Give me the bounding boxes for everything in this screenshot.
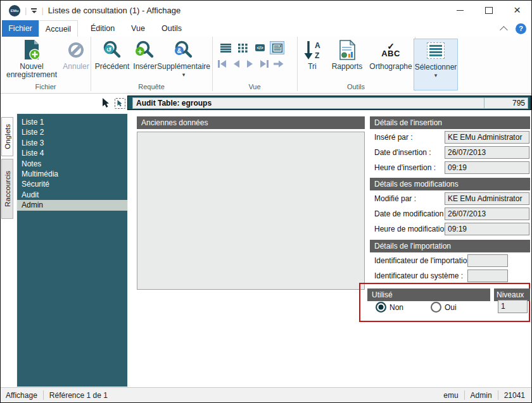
sidebar-item-liste3[interactable]: Liste 3	[17, 138, 127, 148]
divider: |	[41, 6, 43, 15]
record-header-bar: Audit Table: egroups 795	[127, 96, 531, 110]
tab-vue[interactable]: Vue	[125, 20, 151, 37]
maximize-button[interactable]	[474, 1, 503, 20]
previous-record-icon[interactable]	[232, 59, 241, 68]
reports-label: Rapports	[332, 63, 363, 71]
grid-view-icon	[238, 44, 248, 53]
select-label: Sélectionner	[415, 63, 457, 71]
sort-label: Tri	[308, 63, 317, 71]
select-button[interactable]: Sélectionner ▾	[414, 39, 458, 90]
new-record-icon	[22, 39, 41, 61]
insertion-time-field[interactable]: 09:19	[445, 161, 529, 174]
group-label-fichier: Fichier	[1, 83, 91, 90]
insertion-header: Détails de l'insertion	[370, 116, 530, 129]
sidebar-item-multimedia[interactable]: Multimédia	[17, 169, 127, 179]
sidebar-item-liste1[interactable]: Liste 1	[17, 117, 127, 127]
sort-icon: A Z	[303, 39, 322, 61]
levels-header: Niveaux	[494, 288, 530, 301]
title-bar: EMu | | Listes de consultation (1) - Aff…	[1, 1, 531, 20]
new-record-button[interactable]: Nouvel enregistrement	[2, 39, 61, 79]
vertical-tab-raccourcis[interactable]: Raccourcis	[1, 159, 13, 219]
record-navigation	[217, 59, 284, 68]
insert-query-button[interactable]: + Insérer	[131, 39, 159, 71]
last-record-icon[interactable]	[258, 59, 269, 68]
close-button[interactable]: ×	[503, 1, 531, 20]
system-id-label: Identificateur du système :	[374, 270, 463, 282]
group-label-outils: Outils	[297, 83, 415, 90]
insert-query-icon: +	[135, 39, 155, 61]
spelling-button[interactable]: ✓ ABC Orthographe	[367, 39, 415, 71]
vertical-tab-onglets-label: Onglets	[4, 124, 11, 149]
insertion-date-field[interactable]: 26/07/2013	[445, 146, 529, 159]
next-record-icon[interactable]	[245, 59, 255, 68]
old-data-list[interactable]	[137, 132, 365, 290]
modification-date-label: Date de modification :	[374, 208, 448, 220]
previous-query-button[interactable]: ↺ Précédent	[93, 39, 131, 71]
close-icon: ×	[514, 4, 521, 16]
insert-query-label: Insérer	[133, 63, 156, 71]
record-title: Audit Table: egroups	[132, 97, 485, 109]
select-mode-icon[interactable]	[115, 98, 125, 109]
supplementary-query-button[interactable]: & Supplémentaire ▾	[156, 39, 211, 77]
sort-button[interactable]: A Z Tri	[300, 39, 325, 71]
radio-unselected-icon[interactable]	[431, 302, 441, 313]
status-user: Admin	[471, 391, 492, 400]
grid-view-button[interactable]	[236, 41, 250, 54]
detail-view-button-selected[interactable]	[270, 41, 284, 54]
select-dropdown-icon[interactable]: ▾	[434, 73, 438, 78]
minimize-button[interactable]	[446, 1, 474, 20]
used-no-label: Non	[390, 303, 403, 312]
used-header: Utilisé	[367, 288, 490, 301]
cancel-label: Annuler	[63, 63, 89, 71]
sidebar-item-securite[interactable]: Sécurité	[17, 179, 127, 189]
used-option-no[interactable]: Non	[376, 302, 403, 313]
list-view-button[interactable]	[218, 41, 233, 54]
cursor-icon[interactable]	[102, 98, 110, 108]
modifications-header: Détails des modifications	[370, 178, 530, 190]
inserted-by-field[interactable]: KE EMu Administrator	[445, 131, 529, 144]
levels-field[interactable]: 1	[498, 300, 528, 313]
goto-record-icon[interactable]	[273, 59, 284, 68]
modified-by-label: Modifié par :	[374, 192, 416, 205]
status-mode: Affichage	[6, 391, 37, 400]
modification-date-field[interactable]: 26/07/2013	[445, 208, 529, 220]
tab-outils[interactable]: Outils	[155, 20, 188, 37]
list-view-icon	[220, 44, 231, 53]
ribbon-group-fichier: Nouvel enregistrement Annuler Fichier	[1, 37, 91, 91]
sidebar-item-liste2[interactable]: Liste 2	[17, 127, 127, 137]
tab-edition[interactable]: Édition	[84, 20, 121, 37]
collapse-ribbon-icon[interactable]	[500, 26, 508, 34]
tab-list-panel: Liste 1 Liste 2 Liste 3 Liste 4 Notes Mu…	[16, 113, 128, 387]
quick-access-dropdown-icon[interactable]	[31, 8, 37, 13]
status-reference: Référence 1 de 1	[49, 391, 108, 400]
sidebar-item-audit[interactable]: Audit	[17, 190, 127, 200]
status-host: emu	[443, 391, 458, 400]
system-id-field[interactable]	[467, 270, 508, 282]
supplementary-dropdown-icon[interactable]: ▾	[182, 72, 186, 77]
group-label-vue: Vue	[212, 83, 297, 90]
code-view-icon: </>	[255, 44, 264, 51]
divider	[43, 390, 44, 400]
first-record-icon[interactable]	[217, 59, 228, 68]
tab-accueil[interactable]: Accueil	[39, 20, 78, 37]
sidebar-item-liste4[interactable]: Liste 4	[17, 148, 127, 158]
vertical-tab-onglets[interactable]: Onglets	[1, 117, 13, 156]
radio-selected-icon[interactable]	[376, 302, 386, 313]
cancel-button[interactable]: Annuler	[61, 39, 91, 71]
reports-button[interactable]: Rapports	[327, 39, 367, 71]
sidebar-item-admin[interactable]: Admin	[17, 200, 127, 210]
modification-time-field[interactable]: 09:19	[445, 223, 529, 235]
help-icon[interactable]: ?	[516, 23, 526, 34]
inserted-by-label: Inséré par :	[374, 131, 413, 144]
divider	[464, 390, 465, 400]
modified-by-field[interactable]: KE EMu Administrator	[445, 192, 529, 205]
previous-query-label: Précédent	[95, 63, 130, 71]
code-view-button[interactable]: </>	[253, 41, 267, 54]
maximize-icon	[485, 7, 493, 14]
import-id-field[interactable]	[467, 254, 508, 267]
sidebar-item-notes[interactable]: Notes	[17, 159, 127, 169]
supplementary-query-label: Supplémentaire	[157, 63, 210, 71]
tab-fichier[interactable]: Fichier	[2, 20, 39, 37]
new-record-label: Nouvel enregistrement	[2, 63, 61, 79]
used-option-yes[interactable]: Oui	[431, 302, 457, 313]
